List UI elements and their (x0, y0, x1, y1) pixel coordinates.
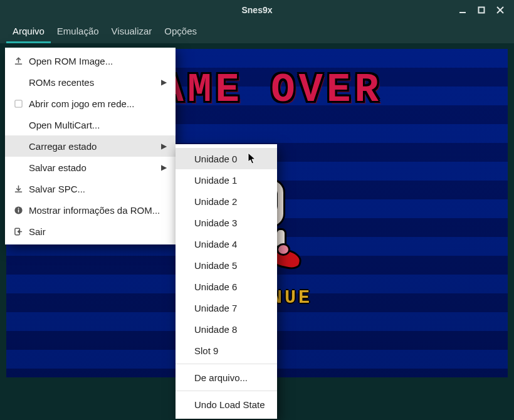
titlebar: Snes9x (0, 0, 514, 20)
window-controls (453, 0, 510, 20)
undo-load-state[interactable]: Undo Load State (176, 394, 277, 415)
download-icon (11, 184, 25, 194)
svg-point-11 (18, 207, 19, 209)
load-from-file[interactable]: De arquivo... (176, 367, 277, 388)
menu-multicart-label: Open MultiCart... (25, 120, 167, 130)
menu-save-spc-label: Salvar SPC... (25, 184, 167, 194)
app-window: Snes9x Arquivo Emulação Visualizar Opçõe… (0, 0, 514, 420)
menu-save-state[interactable]: Salvar estado ▶ (5, 157, 176, 178)
slot-2[interactable]: Unidade 2 (176, 191, 277, 212)
menu-separator (176, 364, 277, 364)
maximize-button[interactable] (476, 5, 486, 15)
slot-3[interactable]: Unidade 3 (176, 212, 277, 233)
menu-arquivo[interactable]: Arquivo (6, 21, 51, 43)
window-title: Snes9x (241, 5, 272, 15)
svg-rect-1 (479, 8, 485, 13)
checkbox-empty-icon (11, 99, 25, 108)
menu-recent-roms-label: ROMs recentes (25, 77, 150, 88)
slot-7[interactable]: Unidade 7 (176, 297, 277, 318)
svg-rect-10 (18, 209, 19, 213)
slot-4[interactable]: Unidade 4 (176, 233, 277, 255)
menu-netplay-label: Abrir com jogo em rede... (25, 98, 167, 109)
menu-open-rom-label: Open ROM Image... (25, 56, 167, 66)
chevron-right-icon: ▶ (150, 142, 167, 150)
menu-emulacao[interactable]: Emulação (51, 21, 105, 43)
menu-exit[interactable]: Sair (5, 221, 176, 242)
menu-save-state-label: Salvar estado (25, 162, 150, 173)
minimize-button[interactable] (458, 5, 468, 15)
chevron-right-icon: ▶ (150, 163, 167, 172)
info-icon (11, 206, 25, 215)
menu-opcoes[interactable]: Opções (158, 21, 203, 43)
menu-rom-info-label: Mostrar informações da ROM... (25, 205, 167, 216)
menu-save-spc[interactable]: Salvar SPC... (5, 178, 176, 199)
menu-open-rom[interactable]: Open ROM Image... (5, 50, 176, 71)
menu-exit-label: Sair (25, 226, 167, 237)
chevron-right-icon: ▶ (150, 78, 167, 87)
slot-6[interactable]: Unidade 6 (176, 276, 277, 297)
file-menu-dropdown: Open ROM Image... ROMs recentes ▶ Abrir … (5, 48, 176, 244)
menu-load-state[interactable]: Carregar estado ▶ (5, 135, 176, 157)
menu-rom-info[interactable]: Mostrar informações da ROM... (5, 199, 176, 221)
slot-5[interactable]: Unidade 5 (176, 255, 277, 276)
menu-recent-roms[interactable]: ROMs recentes ▶ (5, 71, 176, 93)
menu-multicart[interactable]: Open MultiCart... (5, 114, 176, 135)
slot-0[interactable]: Unidade 0 (176, 148, 277, 169)
load-state-submenu: Unidade 0 Unidade 1 Unidade 2 Unidade 3 … (176, 144, 277, 419)
exit-icon (11, 227, 25, 236)
upload-icon (11, 56, 25, 66)
slot-8[interactable]: Unidade 8 (176, 318, 277, 340)
close-button[interactable] (495, 5, 505, 15)
menu-separator (176, 391, 277, 391)
menu-load-state-label: Carregar estado (25, 141, 150, 152)
menu-netplay[interactable]: Abrir com jogo em rede... (5, 93, 176, 114)
slot-1[interactable]: Unidade 1 (176, 169, 277, 191)
menubar: Arquivo Emulação Visualizar Opções (0, 20, 514, 44)
svg-rect-6 (14, 100, 21, 107)
menu-visualizar[interactable]: Visualizar (105, 21, 159, 43)
slot-9[interactable]: Slot 9 (176, 340, 277, 361)
